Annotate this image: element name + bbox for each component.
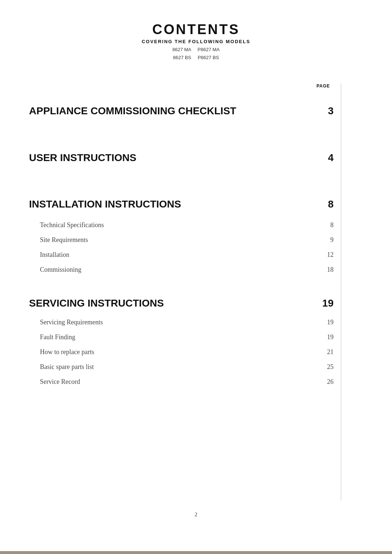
servicing-sub-items: Servicing Requirements 19 Fault Finding … (29, 315, 334, 404)
sub-label-replace-parts: How to replace parts (40, 348, 319, 356)
sub-item-service-record: Service Record 26 (40, 374, 334, 389)
right-spacer (341, 83, 363, 501)
sub-item-commissioning: Commissioning 18 (40, 262, 334, 277)
sub-item-replace-parts: How to replace parts 21 (40, 345, 334, 360)
section-page-servicing: 19 (319, 297, 334, 309)
section-user-instructions: USER INSTRUCTIONS 4 (29, 139, 334, 186)
sub-label-installation: Installation (40, 251, 319, 259)
sub-item-spare-parts: Basic spare parts list 25 (40, 360, 334, 374)
sub-label-service-record: Service Record (40, 378, 319, 386)
section-page-user: 4 (319, 152, 334, 164)
page-column-label: PAGE (317, 83, 330, 89)
sub-label-spare-parts: Basic spare parts list (40, 363, 319, 371)
section-title-appliance: APPLIANCE COMMISSIONING CHECKLIST (29, 105, 319, 117)
installation-sub-items: Technical Specifications 8 Site Requirem… (29, 218, 334, 288)
sub-item-fault-finding: Fault Finding 19 (40, 330, 334, 345)
sub-label-fault-finding: Fault Finding (40, 333, 319, 341)
model-row-1: 8627 MA P8627 MA (172, 47, 220, 52)
section-title-installation: INSTALLATION INSTRUCTIONS (29, 198, 319, 210)
sub-page-service-record: 26 (319, 378, 334, 386)
bottom-bar (0, 551, 392, 554)
sub-page-site-requirements: 9 (319, 236, 334, 244)
contents-header: CONTENTS COVERING THE FOLLOWING MODELS 8… (29, 22, 363, 62)
sub-label-servicing-requirements: Servicing Requirements (40, 319, 319, 326)
sub-page-spare-parts: 25 (319, 363, 334, 371)
sub-item-installation: Installation 12 (40, 247, 334, 262)
sub-item-servicing-requirements: Servicing Requirements 19 (40, 315, 334, 330)
section-title-user: USER INSTRUCTIONS (29, 152, 319, 164)
sub-page-installation: 12 (319, 251, 334, 259)
section-page-appliance: 3 (319, 105, 334, 117)
model-row-2: 8627 BS P8627 BS (173, 55, 219, 60)
sub-item-technical-specs: Technical Specifications 8 (40, 218, 334, 233)
section-title-servicing: SERVICING INSTRUCTIONS (29, 297, 319, 309)
sub-label-site-requirements: Site Requirements (40, 236, 319, 244)
sub-page-commissioning: 18 (319, 266, 334, 274)
page: CONTENTS COVERING THE FOLLOWING MODELS 8… (0, 0, 392, 554)
models-list: 8627 MA P8627 MA 8627 BS P8627 BS (29, 46, 363, 62)
contents-title: CONTENTS (29, 22, 363, 37)
sub-page-fault-finding: 19 (319, 333, 334, 341)
sub-page-replace-parts: 21 (319, 348, 334, 356)
footer-page-number: 2 (29, 501, 363, 525)
sub-label-commissioning: Commissioning (40, 266, 319, 274)
section-installation-instructions: INSTALLATION INSTRUCTIONS 8 Technical Sp… (29, 185, 334, 288)
sub-page-technical-specs: 8 (319, 221, 334, 229)
sub-item-site-requirements: Site Requirements 9 (40, 233, 334, 247)
section-servicing-instructions: SERVICING INSTRUCTIONS 19 Servicing Requ… (29, 288, 334, 404)
sub-page-servicing-requirements: 19 (319, 319, 334, 326)
left-content: PAGE APPLIANCE COMMISSIONING CHECKLIST 3… (29, 83, 341, 501)
contents-subtitle: COVERING THE FOLLOWING MODELS (29, 39, 363, 44)
section-page-installation: 8 (319, 198, 334, 210)
sub-label-technical-specs: Technical Specifications (40, 221, 319, 229)
section-appliance-commissioning: APPLIANCE COMMISSIONING CHECKLIST 3 (29, 92, 334, 139)
